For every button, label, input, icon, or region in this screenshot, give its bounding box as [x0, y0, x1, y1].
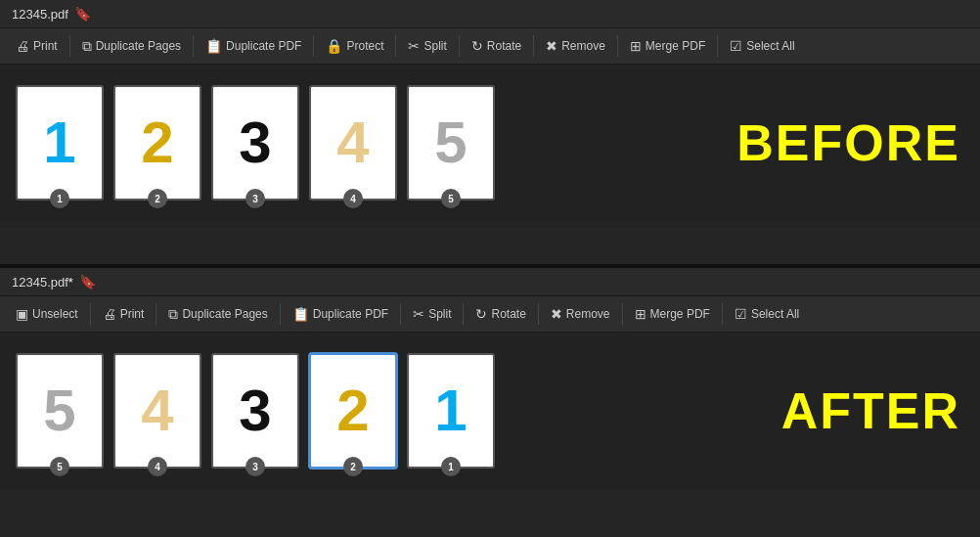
top-page-number-3: 3 — [239, 113, 271, 172]
merge-icon: ⊞ — [630, 39, 642, 53]
b-duplicate-pages-icon: ⧉ — [168, 307, 178, 321]
bottom-duplicate-pdf-button[interactable]: 📋 Duplicate PDF — [285, 303, 396, 325]
bottom-page-card-2[interactable]: 2 2 — [309, 353, 397, 469]
bottom-page-card-1[interactable]: 1 1 — [407, 353, 495, 469]
bottom-badge-3: 3 — [245, 457, 265, 476]
bottom-page-number-3: 3 — [239, 381, 271, 440]
top-pages-area: 1 1 2 2 3 3 4 4 5 — [0, 65, 980, 221]
top-filename: 12345.pdf — [12, 7, 68, 22]
bottom-pages-area: 5 5 4 4 3 3 2 2 1 — [0, 333, 980, 489]
top-protect-button[interactable]: 🔒 Protect — [318, 35, 391, 57]
bottom-page-5[interactable]: 5 5 — [16, 353, 104, 469]
bottom-title-bar: 12345.pdf* 🔖 — [0, 268, 980, 295]
b-divider-4 — [400, 303, 401, 325]
bottom-page-card-4[interactable]: 4 4 — [113, 353, 201, 469]
divider-6 — [533, 35, 534, 57]
bottom-page-card-3[interactable]: 3 3 — [211, 353, 299, 469]
b-merge-icon: ⊞ — [635, 307, 646, 321]
top-page-4[interactable]: 4 4 — [309, 85, 397, 201]
b-select-all-icon: ☑ — [735, 307, 747, 321]
remove-icon: ✖ — [546, 39, 557, 53]
top-section: 12345.pdf 🔖 🖨 Print ⧉ Duplicate Pages 📋 … — [0, 0, 980, 264]
top-page-2[interactable]: 2 2 — [113, 85, 201, 201]
b-divider-5 — [463, 303, 464, 325]
top-page-number-5: 5 — [434, 113, 467, 172]
top-page-5[interactable]: 5 5 — [407, 85, 495, 201]
bottom-filename: 12345.pdf* — [12, 275, 73, 290]
top-select-all-button[interactable]: ☑ Select All — [722, 35, 802, 57]
bottom-badge-1: 1 — [441, 457, 461, 476]
top-page-number-1: 1 — [43, 113, 75, 172]
top-badge-3: 3 — [245, 189, 265, 208]
bottom-page-1[interactable]: 1 1 — [407, 353, 495, 469]
top-page-card-4[interactable]: 4 4 — [309, 85, 397, 201]
b-divider-3 — [280, 303, 281, 325]
top-badge-5: 5 — [441, 189, 461, 208]
top-remove-button[interactable]: ✖ Remove — [538, 35, 613, 57]
divider-4 — [395, 35, 396, 57]
bottom-toolbar: ▣ Unselect 🖨 Print ⧉ Duplicate Pages 📋 D… — [0, 295, 980, 333]
bottom-page-2[interactable]: 2 2 — [309, 353, 397, 469]
before-label: BEFORE — [736, 113, 960, 172]
rotate-icon: ↻ — [471, 39, 483, 53]
top-toolbar: 🖨 Print ⧉ Duplicate Pages 📋 Duplicate PD… — [0, 27, 980, 65]
top-badge-2: 2 — [148, 189, 167, 208]
top-badge-4: 4 — [343, 189, 363, 208]
bottom-page-number-5: 5 — [43, 381, 75, 440]
b-rotate-icon: ↻ — [475, 307, 487, 321]
bottom-merge-pdf-button[interactable]: ⊞ Merge PDF — [627, 303, 718, 325]
bottom-page-card-5[interactable]: 5 5 — [16, 353, 104, 469]
divider-5 — [459, 35, 460, 57]
top-rotate-button[interactable]: ↻ Rotate — [464, 35, 529, 57]
b-divider-2 — [156, 303, 156, 325]
top-page-card-5[interactable]: 5 5 — [407, 85, 495, 201]
bottom-page-3[interactable]: 3 3 — [211, 353, 299, 469]
top-page-3[interactable]: 3 3 — [211, 85, 299, 201]
select-all-icon: ☑ — [730, 39, 742, 53]
duplicate-pages-icon: ⧉ — [82, 39, 92, 53]
unselect-icon: ▣ — [16, 307, 28, 321]
top-page-number-2: 2 — [141, 113, 173, 172]
top-page-number-4: 4 — [336, 113, 369, 172]
divider-3 — [313, 35, 314, 57]
bottom-badge-5: 5 — [50, 457, 69, 476]
bottom-badge-4: 4 — [148, 457, 167, 476]
top-title-bar: 12345.pdf 🔖 — [0, 0, 980, 27]
bottom-remove-button[interactable]: ✖ Remove — [543, 303, 618, 325]
bottom-split-button[interactable]: ✂ Split — [405, 303, 459, 325]
bottom-file-icon: 🔖 — [79, 274, 96, 290]
top-print-button[interactable]: 🖨 Print — [8, 35, 66, 57]
top-page-card-3[interactable]: 3 3 — [211, 85, 299, 201]
print-icon: 🖨 — [16, 39, 29, 53]
split-icon: ✂ — [408, 39, 420, 53]
top-merge-pdf-button[interactable]: ⊞ Merge PDF — [622, 35, 713, 57]
top-page-card-1[interactable]: 1 1 — [16, 85, 104, 201]
bottom-unselect-button[interactable]: ▣ Unselect — [8, 303, 86, 325]
protect-icon: 🔒 — [326, 39, 342, 53]
bottom-page-number-1: 1 — [434, 381, 467, 440]
b-remove-icon: ✖ — [551, 307, 562, 321]
after-label: AFTER — [781, 381, 960, 440]
b-divider-1 — [90, 303, 91, 325]
bottom-rotate-button[interactable]: ↻ Rotate — [468, 303, 533, 325]
top-page-card-2[interactable]: 2 2 — [113, 85, 201, 201]
b-divider-6 — [538, 303, 539, 325]
top-page-1[interactable]: 1 1 — [16, 85, 104, 201]
b-duplicate-pdf-icon: 📋 — [292, 307, 309, 321]
bottom-print-button[interactable]: 🖨 Print — [95, 303, 153, 325]
top-duplicate-pages-button[interactable]: ⧉ Duplicate Pages — [74, 35, 189, 57]
bottom-page-4[interactable]: 4 4 — [113, 353, 201, 469]
b-split-icon: ✂ — [413, 307, 424, 321]
top-duplicate-pdf-button[interactable]: 📋 Duplicate PDF — [198, 35, 309, 57]
divider-1 — [69, 35, 70, 57]
bottom-select-all-button[interactable]: ☑ Select All — [727, 303, 807, 325]
bottom-page-number-4: 4 — [141, 381, 173, 440]
b-print-icon: 🖨 — [103, 307, 116, 321]
b-divider-8 — [722, 303, 723, 325]
top-badge-1: 1 — [50, 189, 69, 208]
bottom-section: 12345.pdf* 🔖 ▣ Unselect 🖨 Print ⧉ Duplic… — [0, 268, 980, 537]
bottom-page-number-2: 2 — [336, 381, 369, 440]
top-split-button[interactable]: ✂ Split — [400, 35, 454, 57]
top-file-icon: 🔖 — [74, 6, 91, 22]
bottom-duplicate-pages-button[interactable]: ⧉ Duplicate Pages — [160, 303, 275, 325]
